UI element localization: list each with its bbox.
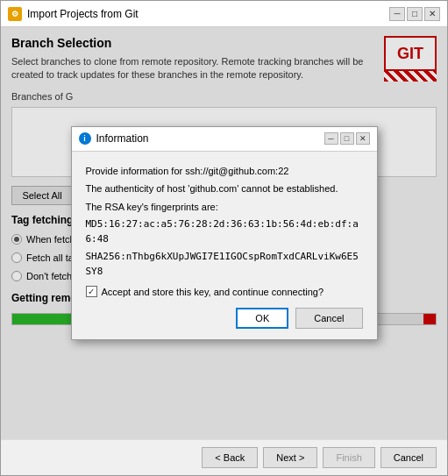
accept-key-row[interactable]: ✓ Accept and store this key, and continu…: [86, 286, 363, 297]
maximize-button[interactable]: □: [407, 7, 423, 21]
dialog-buttons: OK Cancel: [86, 308, 363, 329]
fingerprint-sha: SHA256:nThbg6kXUpJWGI7E1IGOCspRomTxdCARL…: [86, 250, 363, 279]
dialog-line-1: Provide information for ssh://git@github…: [86, 164, 363, 179]
dialog-cancel-button[interactable]: Cancel: [295, 308, 362, 329]
minimize-button[interactable]: ─: [389, 7, 405, 21]
window-icon: ⚙: [8, 7, 22, 21]
cancel-button[interactable]: Cancel: [380, 447, 437, 468]
back-button[interactable]: < Back: [202, 447, 258, 468]
title-bar: ⚙ Import Projects from Git ─ □ ✕: [1, 1, 447, 27]
overlay-backdrop: i Information ─ □ ✕ Provide information …: [1, 27, 447, 439]
dialog-close-button[interactable]: ✕: [356, 132, 370, 145]
dialog-title-bar: i Information ─ □ ✕: [72, 127, 377, 152]
dialog-controls: ─ □ ✕: [324, 132, 370, 145]
ok-button[interactable]: OK: [236, 308, 288, 329]
finish-button[interactable]: Finish: [323, 447, 374, 468]
dialog-content: Provide information for ssh://git@github…: [72, 152, 377, 340]
window-controls: ─ □ ✕: [389, 7, 440, 21]
accept-key-label: Accept and store this key, and continue …: [102, 287, 324, 297]
dialog-minimize-button[interactable]: ─: [324, 132, 338, 145]
dialog-title: Information: [96, 132, 319, 145]
accept-checkbox[interactable]: ✓: [86, 286, 97, 297]
dialog-line-2: The authenticity of host 'github.com' ca…: [86, 181, 363, 196]
bottom-navigation: < Back Next > Finish Cancel: [1, 439, 447, 475]
close-button[interactable]: ✕: [424, 7, 440, 21]
fingerprint-md5: MD5:16:27:ac:a5:76:28:2d:36:63:1b:56:4d:…: [86, 217, 363, 246]
dialog-maximize-button[interactable]: □: [340, 132, 354, 145]
dialog-info-icon: i: [79, 132, 91, 145]
main-window: ⚙ Import Projects from Git ─ □ ✕ GIT Bra…: [0, 0, 448, 476]
dialog-line-3: The RSA key's fingerprints are:: [86, 200, 363, 215]
window-title: Import Projects from Git: [27, 8, 384, 20]
information-dialog: i Information ─ □ ✕ Provide information …: [71, 126, 378, 341]
main-content: GIT Branch Selection Select branches to …: [1, 27, 447, 439]
next-button[interactable]: Next >: [263, 447, 317, 468]
